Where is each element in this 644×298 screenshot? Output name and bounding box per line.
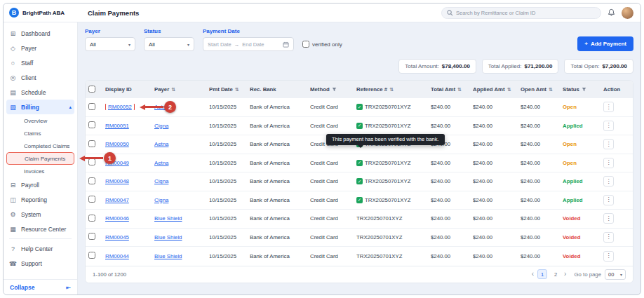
sidebar-item-system[interactable]: ⚙ System [4,207,77,222]
add-payment-button[interactable]: + Add Payment [577,36,633,51]
sidebar-item-staff[interactable]: ○ Staff [4,55,77,70]
row-actions-button[interactable]: ⋮ [603,158,614,168]
sidebar-item-label: Billing [21,104,39,111]
verified-only-checkbox[interactable]: verified only [302,37,342,51]
payment-row[interactable]: RM00044 Blue Shield 10/15/2025 Bank of A… [86,247,633,266]
payer-link[interactable]: Blue Shield [154,215,182,222]
row-actions-button[interactable]: ⋮ [603,195,614,205]
sort-icon[interactable]: ⇅ [171,87,175,93]
goto-page-select[interactable]: 00 ▾ [605,269,626,280]
sidebar-item-schedule[interactable]: ▤ Schedule [4,85,77,100]
sort-icon[interactable]: ⇅ [389,87,394,93]
applied-amt-cell: $240.00 [473,197,521,203]
sidebar-item-payer[interactable]: ◇ Payer [4,41,77,55]
payer-link[interactable]: Cigna [154,197,168,203]
row-checkbox[interactable] [88,140,95,147]
payer-link[interactable]: Cigna [154,123,168,129]
method-cell: Credit Card [310,234,356,241]
row-actions-button[interactable]: ⋮ [603,139,614,149]
prev-page-button[interactable]: ‹ [532,271,534,278]
sidebar-subitem-claim-payments[interactable]: Claim Payments [6,152,74,165]
sidebar-item-dashboard[interactable]: ⊞ Dashboard [4,26,77,41]
row-checkbox[interactable] [88,233,95,240]
select-all-checkbox[interactable] [88,86,95,93]
annotation-step-2: 2 [140,101,176,113]
pmt-date-cell: 10/15/2025 [209,178,250,184]
filter-icon[interactable] [582,87,586,92]
sidebar-collapse-button[interactable]: Collapse ⇤ [4,279,77,294]
page-1-button[interactable]: 1 [537,269,547,279]
payment-row[interactable]: RM00051 Cigna 10/15/2025 Bank of America… [86,117,633,136]
payment-row[interactable]: RM00049 Aetna 10/15/2025 Bank of America… [86,154,633,173]
display-id-link[interactable]: RM00046 [105,215,129,222]
total-amt-cell: $240.00 [431,160,473,166]
search-input[interactable] [456,10,596,16]
tooltip-arrow [358,145,363,148]
row-checkbox[interactable] [88,196,95,203]
sidebar-item-resource-center[interactable]: ▦ Resource Center [4,222,77,236]
payer-link[interactable]: Aetna [154,141,168,147]
pmt-date-cell: 10/15/2025 [209,234,250,241]
sidebar-item-support[interactable]: ☎ Support [4,256,77,271]
row-actions-button[interactable]: ⋮ [603,232,614,243]
display-id-link[interactable]: RM00045 [105,234,129,241]
sidebar-item-billing[interactable]: ▧ Billing ▴ [6,100,74,114]
display-id-link[interactable]: RM00051 [105,123,129,129]
sidebar-subitem-overview[interactable]: Overview [4,114,77,127]
filter-icon[interactable] [332,87,337,92]
sidebar-item-reporting[interactable]: ◫ Reporting [4,192,77,207]
status-badge: Open [563,104,577,110]
brand[interactable]: B BrightPath ABA [4,8,78,18]
next-page-button[interactable]: › [564,271,566,278]
help-center-icon: ? [9,245,17,252]
sidebar-subitem-claims[interactable]: Claims [4,127,77,140]
sort-icon[interactable]: ⇅ [507,87,511,93]
payer-link[interactable]: Aetna [154,160,168,166]
payment-row[interactable]: RM00047 Cigna 10/15/2025 Bank of America… [86,191,633,210]
sidebar-subitem-completed-claims[interactable]: Completed Claims [4,140,77,152]
row-actions-button[interactable]: ⋮ [603,213,614,224]
row-actions-button[interactable]: ⋮ [603,251,614,262]
user-avatar[interactable] [622,7,633,19]
row-actions-button[interactable]: ⋮ [603,176,614,187]
applied-amt-cell: $240.00 [473,123,521,129]
sidebar-item-payroll[interactable]: ⊟ Payroll [4,177,77,192]
display-id-link[interactable]: RM00047 [105,197,129,203]
global-search[interactable] [441,7,601,19]
payment-date-range-input[interactable]: Start Date → End Date [203,37,294,51]
payment-row[interactable]: RM00048 Cigna 10/15/2025 Bank of America… [86,172,633,191]
display-id-link[interactable]: RM00044 [105,253,129,259]
row-checkbox[interactable] [88,215,95,222]
sidebar-item-help-center[interactable]: ? Help Center [4,241,77,256]
total-amt-cell: $240.00 [431,253,473,259]
sidebar-item-client[interactable]: ◎ Client [4,70,77,85]
col-display-id: Display ID [105,86,154,93]
sidebar-item-label: Schedule [21,89,46,96]
status-filter-select[interactable]: All ▾ [144,37,194,51]
display-id-link[interactable]: RM00048 [105,178,129,184]
display-id-link[interactable]: RM00052 [105,104,135,110]
row-checkbox[interactable] [88,103,95,110]
display-id-link[interactable]: RM00050 [105,141,129,147]
sort-icon[interactable]: ⇅ [549,87,553,93]
payer-link[interactable]: Blue Shield [154,234,182,241]
notifications-bell-icon[interactable] [608,8,615,17]
verified-only-input[interactable] [302,41,309,48]
verified-tooltip: This payment has been verified with the … [326,134,445,145]
sort-icon[interactable]: ⇅ [457,87,462,93]
total-amt-cell: $240.00 [431,178,473,184]
payment-row[interactable]: RM00046 Blue Shield 10/15/2025 Bank of A… [86,210,633,229]
page-2-button[interactable]: 2 [551,269,561,279]
payer-filter-select[interactable]: All ▾ [85,37,135,51]
payer-link[interactable]: Blue Shield [154,253,182,259]
row-checkbox[interactable] [88,121,95,128]
chevron-down-icon: ▾ [128,42,130,47]
sidebar-subitem-invoices[interactable]: Invoices [4,165,77,177]
row-actions-button[interactable]: ⋮ [603,121,614,131]
row-actions-button[interactable]: ⋮ [603,102,614,112]
row-checkbox[interactable] [88,252,95,259]
row-checkbox[interactable] [88,177,95,184]
payment-row[interactable]: RM00045 Blue Shield 10/15/2025 Bank of A… [86,229,633,248]
payer-link[interactable]: Cigna [154,178,168,184]
sort-icon[interactable]: ⇅ [235,87,239,93]
